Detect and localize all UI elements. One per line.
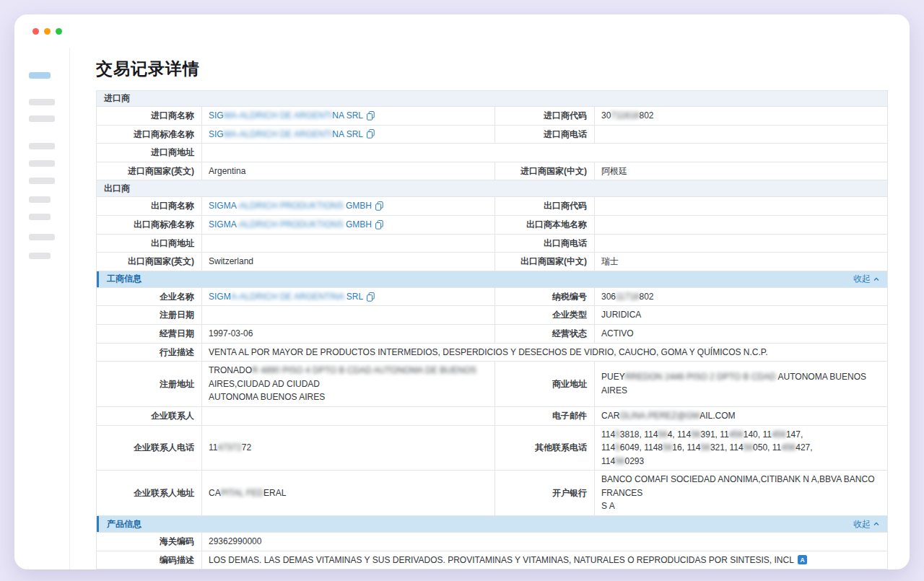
cell-value: 瑞士 [601,255,619,268]
field-value [594,197,887,215]
redacted-text: 11718 [616,292,639,302]
cell-value: VENTA AL POR MAYOR DE PRODUCTOS INTERMED… [209,346,768,359]
text-segment: SIG [209,110,224,121]
section-title: 出口商 [104,183,130,195]
sidebar-item-skeleton[interactable] [29,99,55,105]
redacted-text: A-ALDRICH DE ARGENTINA [231,292,344,302]
sidebar-item-skeleton[interactable] [29,214,51,220]
field-label: 注册地址 [97,362,201,406]
field-value: VENTA AL POR MAYOR DE PRODUCTOS INTERMED… [201,344,887,362]
text-segment: SRL [344,292,363,302]
text-segment: SIGMA [209,201,237,211]
company-link[interactable]: SIGMA-ALDRICH PRODUKTIONS GMBH [209,199,372,213]
copy-icon[interactable] [367,129,375,139]
field-value: PUEYRREDON 2446 PISO 2 DPTO B CDAD AUTON… [594,362,887,406]
copy-icon[interactable] [367,111,375,121]
value-line: ACTIVO [601,327,634,341]
window-zoom-button[interactable] [56,28,62,35]
text-segment: 140, 11 [744,429,772,440]
sidebar-item-skeleton[interactable] [29,160,55,167]
field-value: 1997-03-06 [201,325,494,343]
field-label: 进口商代码 [494,107,594,125]
table-row: 进口商标准名称SIGMA-ALDRICH DE ARGENTINA SRL进口商… [96,126,888,144]
redacted-text: 56 [658,429,667,440]
field-label: 出口商本地名称 [494,216,594,234]
field-value: 30611718802 [594,288,887,306]
redacted-text: 56 [691,429,700,440]
text-segment: 427, [796,442,812,453]
sidebar-item-skeleton[interactable] [29,178,55,184]
field-label: 企业类型 [494,306,594,324]
text-segment: 16, 114 [672,442,700,453]
field-label: 商业地址 [494,362,594,406]
sidebar-item-skeleton[interactable] [29,72,51,79]
field-value [201,306,494,324]
browser-window: 交易记录详情 进口商进口商名称SIGMA-ALDRICH DE ARGENTIN… [14,14,910,569]
redacted-text: 456 [729,429,744,440]
field-label: 进口商国家(英文) [97,162,201,180]
text-segment: 802 [640,292,654,302]
window-minimize-button[interactable] [44,28,51,35]
sidebar-item-skeleton[interactable] [29,143,55,149]
sidebar-item-skeleton[interactable] [29,234,55,240]
company-link[interactable]: SIGMA-ALDRICH DE ARGENTINA SRL [209,128,363,141]
field-value [201,407,494,425]
field-label: 进口商国家(中文) [494,162,594,180]
field-label: 进口商名称 [97,107,201,125]
copy-icon[interactable] [367,292,375,302]
window-body: 交易记录详情 进口商进口商名称SIGMA-ALDRICH DE ARGENTIN… [14,48,910,569]
value-line: 瑞士 [601,255,619,268]
field-value: SIGMA-ALDRICH PRODUKTIONS GMBH [201,216,494,234]
redacted-text: 711618 [611,110,639,121]
value-line: 29362990000 [209,535,261,549]
detail-table: 进口商进口商名称SIGMA-ALDRICH DE ARGENTINA SRL进口… [96,90,888,569]
sidebar-item-skeleton[interactable] [29,115,55,122]
sidebar-item-skeleton[interactable] [29,196,51,203]
text-segment: GMBH [344,219,372,230]
field-value: LOS DEMAS. LAS DEMAS VITAMINAS Y SUS DER… [201,551,887,569]
redacted-text: 5 [615,429,620,440]
company-link[interactable]: SIGMA-ALDRICH DE ARGENTINA SRL [209,109,363,123]
redacted-text: 456 [772,429,786,440]
collapse-toggle[interactable]: 收起 [853,273,880,285]
collapse-label: 收起 [853,518,871,530]
chevron-up-icon [873,520,880,528]
collapse-toggle[interactable]: 收起 [853,518,880,530]
field-label: 进口商标准名称 [97,126,201,144]
field-label: 出口商代码 [494,197,594,215]
copy-icon[interactable] [375,201,383,211]
field-label: 电子邮件 [494,407,594,425]
text-segment: CA [209,488,221,498]
field-value: JURIDICA [594,306,887,324]
redacted-text: -ALDRICH PRODUKTIONS [237,201,344,211]
text-segment: 114 [601,429,615,440]
text-segment: Switzerland [209,256,253,266]
table-row: 进口商名称SIGMA-ALDRICH DE ARGENTINA SRL进口商代码… [96,107,888,126]
text-segment: BANCO COMAFI SOCIEDAD ANONIMA,CITIBANK N… [601,474,875,498]
cell-value: 阿根廷 [601,165,627,178]
value-line: 1997-03-06 [209,327,253,341]
sidebar-item-skeleton[interactable] [29,253,51,259]
company-link[interactable]: SIGMA-ALDRICH PRODUKTIONS GMBH [209,218,372,232]
cell-value: ACTIVO [601,327,634,341]
field-label: 出口商地址 [97,235,201,253]
text-segment: 050, 11 [753,442,781,453]
value-line: Argentina [209,165,245,178]
value-line: SIGMA-ALDRICH PRODUKTIONS GMBH [209,199,372,213]
redacted-text: 56 [701,442,710,453]
text-segment: 391, 11 [701,429,729,440]
value-line: 114560293 [601,455,813,468]
translate-icon[interactable]: A [798,555,807,564]
window-close-button[interactable] [32,28,39,35]
value-line: PUEYRREDON 2446 PISO 2 DPTO B CDAD AUTON… [601,370,881,397]
cell-value: Switzerland [209,255,253,268]
copy-icon[interactable] [375,220,383,230]
collapse-label: 收起 [853,273,871,285]
field-value: ACTIVO [594,325,887,343]
redacted-text: 56 [615,456,624,466]
company-link[interactable]: SIGMA-ALDRICH DE ARGENTINA SRL [209,290,363,304]
field-label: 进口商电话 [494,126,594,144]
text-segment: GMBH [344,201,372,211]
field-label: 企业名称 [97,288,201,306]
text-segment: TRONADO [209,365,252,375]
